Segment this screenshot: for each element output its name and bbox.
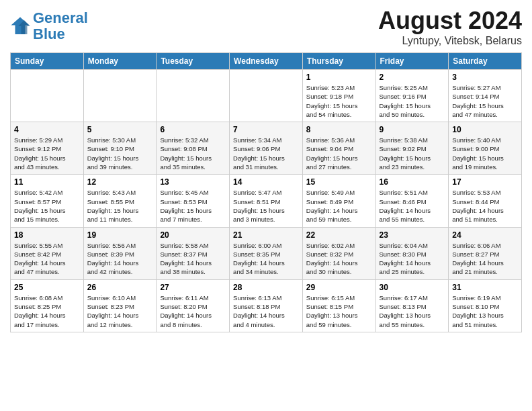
day-info: Sunrise: 6:15 AMSunset: 8:15 PMDaylight:… [306,293,372,329]
day-number: 30 [380,283,445,292]
day-info: Sunrise: 5:38 AMSunset: 9:02 PMDaylight:… [380,136,445,171]
weekday-header-row: SundayMondayTuesdayWednesdayThursdayFrid… [11,53,522,70]
day-info: Sunrise: 6:19 AMSunset: 8:10 PMDaylight:… [452,293,518,329]
day-info: Sunrise: 5:49 AMSunset: 8:49 PMDaylight:… [306,188,372,224]
day-info: Sunrise: 5:36 AMSunset: 9:04 PMDaylight:… [306,136,372,171]
day-cell [11,70,84,122]
weekday-header-tuesday: Tuesday [157,53,230,70]
day-cell: 13Sunrise: 5:45 AMSunset: 8:53 PMDayligh… [157,175,230,227]
day-cell: 23Sunrise: 6:04 AMSunset: 8:30 PMDayligh… [375,227,449,279]
weekday-header-sunday: Sunday [11,53,84,70]
day-info: Sunrise: 5:56 AMSunset: 8:39 PMDaylight:… [87,241,153,277]
weekday-header-saturday: Saturday [449,53,522,70]
day-info: Sunrise: 6:11 AMSunset: 8:20 PMDaylight:… [160,293,226,329]
week-row-2: 4Sunrise: 5:29 AMSunset: 9:12 PMDaylight… [11,122,522,175]
day-number: 21 [233,230,299,240]
day-number: 10 [452,125,518,134]
day-cell: 2Sunrise: 5:25 AMSunset: 9:16 PMDaylight… [375,70,449,122]
logo-blue: Blue [33,26,65,42]
day-cell: 27Sunrise: 6:11 AMSunset: 8:20 PMDayligh… [157,279,230,332]
day-cell: 22Sunrise: 6:02 AMSunset: 8:32 PMDayligh… [302,227,375,279]
day-number: 12 [87,177,153,187]
day-info: Sunrise: 6:06 AMSunset: 8:27 PMDaylight:… [452,241,518,277]
day-number: 7 [233,125,299,134]
location: Lyntupy, Vitebsk, Belarus [378,35,522,47]
day-cell: 14Sunrise: 5:47 AMSunset: 8:51 PMDayligh… [230,175,303,227]
day-cell: 31Sunrise: 6:19 AMSunset: 8:10 PMDayligh… [449,279,522,332]
calendar-table: SundayMondayTuesdayWednesdayThursdayFrid… [10,52,522,332]
day-number: 23 [380,230,445,240]
day-info: Sunrise: 6:04 AMSunset: 8:30 PMDaylight:… [380,241,445,277]
week-row-3: 11Sunrise: 5:42 AMSunset: 8:57 PMDayligh… [11,175,522,227]
day-cell: 29Sunrise: 6:15 AMSunset: 8:15 PMDayligh… [302,279,375,332]
day-cell: 8Sunrise: 5:36 AMSunset: 9:04 PMDaylight… [302,122,375,175]
weekday-header-monday: Monday [83,53,157,70]
week-row-5: 25Sunrise: 6:08 AMSunset: 8:25 PMDayligh… [11,279,522,332]
day-info: Sunrise: 5:51 AMSunset: 8:46 PMDaylight:… [380,188,445,224]
day-cell: 6Sunrise: 5:32 AMSunset: 9:08 PMDaylight… [157,122,230,175]
day-number: 22 [306,230,372,240]
title-area: August 2024 Lyntupy, Vitebsk, Belarus [378,7,522,47]
day-number: 9 [380,125,445,134]
day-info: Sunrise: 5:40 AMSunset: 9:00 PMDaylight:… [452,136,518,171]
logo-text: General Blue [33,10,88,42]
day-number: 18 [14,230,80,240]
day-cell: 26Sunrise: 6:10 AMSunset: 8:23 PMDayligh… [83,279,157,332]
day-number: 28 [233,283,299,292]
week-row-4: 18Sunrise: 5:55 AMSunset: 8:42 PMDayligh… [11,227,522,279]
header: General Blue August 2024 Lyntupy, Vitebs… [10,7,522,47]
day-cell: 16Sunrise: 5:51 AMSunset: 8:46 PMDayligh… [375,175,449,227]
weekday-header-friday: Friday [375,53,449,70]
logo-general: General [33,9,88,26]
logo: General Blue [10,10,88,42]
day-info: Sunrise: 5:45 AMSunset: 8:53 PMDaylight:… [160,188,226,224]
day-info: Sunrise: 5:55 AMSunset: 8:42 PMDaylight:… [14,241,80,277]
day-info: Sunrise: 5:27 AMSunset: 9:14 PMDaylight:… [452,83,518,119]
day-number: 31 [452,283,518,292]
day-number: 24 [452,230,518,240]
day-cell: 17Sunrise: 5:53 AMSunset: 8:44 PMDayligh… [449,175,522,227]
day-info: Sunrise: 5:53 AMSunset: 8:44 PMDaylight:… [452,188,518,224]
day-info: Sunrise: 5:43 AMSunset: 8:55 PMDaylight:… [87,188,153,224]
weekday-header-thursday: Thursday [302,53,375,70]
logo-icon [10,16,30,36]
day-number: 8 [306,125,372,134]
day-info: Sunrise: 6:10 AMSunset: 8:23 PMDaylight:… [87,293,153,329]
day-cell: 30Sunrise: 6:17 AMSunset: 8:13 PMDayligh… [375,279,449,332]
day-number: 13 [160,177,226,187]
day-info: Sunrise: 6:13 AMSunset: 8:18 PMDaylight:… [233,293,299,329]
day-number: 20 [160,230,226,240]
day-number: 2 [380,73,445,82]
day-number: 5 [87,125,153,134]
day-number: 3 [452,73,518,82]
day-cell: 11Sunrise: 5:42 AMSunset: 8:57 PMDayligh… [11,175,84,227]
day-info: Sunrise: 6:02 AMSunset: 8:32 PMDaylight:… [306,241,372,277]
day-cell: 3Sunrise: 5:27 AMSunset: 9:14 PMDaylight… [449,70,522,122]
day-number: 6 [160,125,226,134]
day-cell: 10Sunrise: 5:40 AMSunset: 9:00 PMDayligh… [449,122,522,175]
day-info: Sunrise: 5:42 AMSunset: 8:57 PMDaylight:… [14,188,80,224]
day-cell: 7Sunrise: 5:34 AMSunset: 9:06 PMDaylight… [230,122,303,175]
weekday-header-wednesday: Wednesday [230,53,303,70]
day-cell: 20Sunrise: 5:58 AMSunset: 8:37 PMDayligh… [157,227,230,279]
day-info: Sunrise: 5:47 AMSunset: 8:51 PMDaylight:… [233,188,299,224]
day-cell: 24Sunrise: 6:06 AMSunset: 8:27 PMDayligh… [449,227,522,279]
day-cell: 28Sunrise: 6:13 AMSunset: 8:18 PMDayligh… [230,279,303,332]
day-number: 1 [306,73,372,82]
day-cell: 5Sunrise: 5:30 AMSunset: 9:10 PMDaylight… [83,122,157,175]
day-number: 16 [380,177,445,187]
day-info: Sunrise: 5:23 AMSunset: 9:18 PMDaylight:… [306,83,372,119]
day-number: 19 [87,230,153,240]
day-cell: 21Sunrise: 6:00 AMSunset: 8:35 PMDayligh… [230,227,303,279]
day-info: Sunrise: 5:30 AMSunset: 9:10 PMDaylight:… [87,136,153,171]
day-cell [157,70,230,122]
day-number: 27 [160,283,226,292]
day-number: 15 [306,177,372,187]
day-info: Sunrise: 5:29 AMSunset: 9:12 PMDaylight:… [14,136,80,171]
week-row-1: 1Sunrise: 5:23 AMSunset: 9:18 PMDaylight… [11,70,522,122]
day-info: Sunrise: 5:58 AMSunset: 8:37 PMDaylight:… [160,241,226,277]
day-number: 25 [14,283,80,292]
day-number: 29 [306,283,372,292]
day-number: 17 [452,177,518,187]
day-number: 14 [233,177,299,187]
